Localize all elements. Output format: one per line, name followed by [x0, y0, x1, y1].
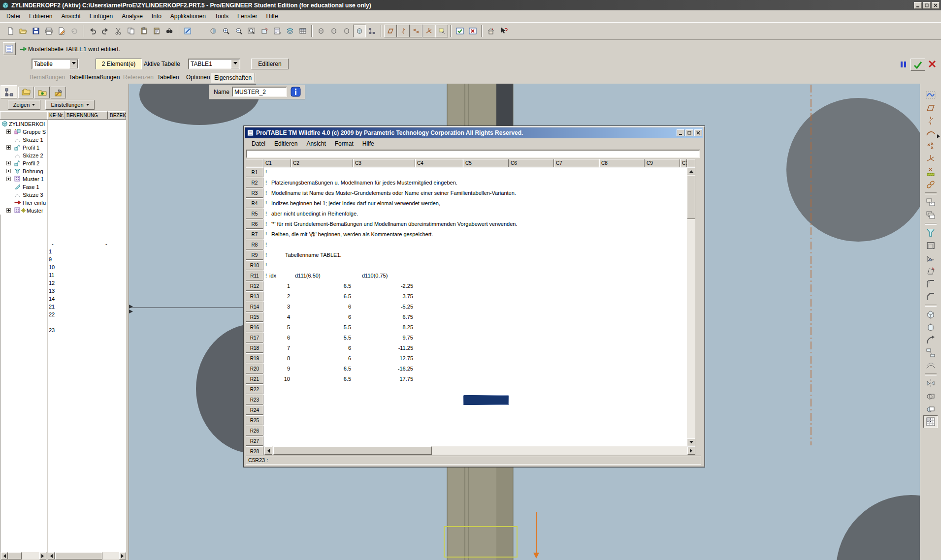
protable-minimize-icon[interactable] — [677, 129, 684, 136]
shaded-button[interactable] — [353, 25, 366, 37]
hole-button[interactable] — [923, 226, 938, 239]
cell-value[interactable]: -11.25 — [355, 343, 413, 353]
tree-item-root[interactable]: ZYLINDERKOI — [0, 120, 47, 128]
active-table-dropdown[interactable]: TABLE1 — [188, 59, 240, 69]
chevron-down-icon[interactable] — [69, 60, 78, 68]
message-log-button[interactable] — [3, 42, 16, 55]
row-header[interactable]: R21 — [246, 374, 263, 384]
row-header[interactable]: R27 — [246, 436, 263, 446]
cell-value[interactable]: 6 — [293, 302, 351, 312]
show-menu-button[interactable]: Zeigen — [8, 100, 40, 110]
cell-value[interactable]: 6 — [263, 333, 290, 343]
vscroll-up[interactable] — [687, 167, 695, 175]
row-header[interactable]: R8 — [246, 240, 263, 249]
chevron-down-icon[interactable] — [231, 60, 239, 68]
col-header-c1[interactable]: C1 — [263, 159, 291, 167]
menu-datei[interactable]: Datei — [2, 12, 25, 21]
tree-item-profil1[interactable]: Profil 1 — [0, 144, 47, 152]
3d-notes-toggle[interactable] — [466, 25, 479, 37]
regenerate-button[interactable] — [68, 25, 81, 37]
tab-favorites[interactable] — [34, 87, 50, 98]
cell-value[interactable]: 5.5 — [293, 333, 351, 343]
tree-item-bohrung[interactable]: Bohrung — [0, 167, 47, 175]
menu-tools[interactable]: Tools — [210, 12, 233, 21]
vscroll-thumb[interactable] — [687, 176, 695, 219]
hscroll-left[interactable] — [264, 446, 272, 455]
protable-menu-ansicht[interactable]: Ansicht — [302, 139, 330, 148]
close-icon[interactable] — [932, 2, 940, 9]
row-header[interactable]: R16 — [246, 322, 263, 332]
maximize-icon[interactable] — [923, 2, 931, 9]
cell-value[interactable]: 4 — [263, 312, 290, 322]
cell-value[interactable]: 3 — [263, 302, 290, 312]
datum-curve-button[interactable] — [923, 127, 938, 140]
selected-cell[interactable] — [463, 395, 509, 405]
style-tool-button[interactable] — [923, 89, 938, 101]
merge-button[interactable] — [923, 390, 938, 403]
protable-menu-format[interactable]: Format — [330, 139, 358, 148]
cell-value[interactable]: 9 — [263, 364, 290, 374]
cell-value[interactable]: 8 — [263, 353, 290, 364]
settings-menu-button[interactable]: Einstellungen — [45, 100, 95, 110]
wireframe-button[interactable] — [315, 25, 327, 37]
zoom-in-button[interactable] — [220, 25, 232, 37]
display-settings-button[interactable] — [366, 25, 379, 37]
row-header[interactable]: R13 — [246, 291, 263, 301]
row-header[interactable]: R12 — [246, 281, 263, 291]
table-type-dropdown[interactable]: Tabelle — [32, 59, 79, 69]
print-button[interactable] — [42, 25, 55, 37]
cell-value[interactable]: 10 — [263, 374, 290, 384]
link-button[interactable] — [923, 178, 938, 191]
col-header-c7[interactable]: C7 — [554, 159, 599, 167]
refit-button[interactable] — [245, 25, 258, 37]
row-header[interactable]: R22 — [246, 384, 263, 394]
cell-value[interactable]: -2.25 — [355, 281, 413, 291]
tree-item-profil2[interactable]: Profil 2 — [0, 159, 47, 167]
sketch-point-button[interactable] — [923, 165, 938, 178]
shade-button[interactable] — [194, 25, 207, 37]
data-scroll-right[interactable] — [119, 552, 126, 560]
menu-analyse[interactable]: Analyse — [117, 12, 147, 21]
datum-csys-button[interactable] — [923, 153, 938, 165]
protable-close-icon[interactable] — [694, 129, 702, 136]
col-header-c3[interactable]: C3 — [353, 159, 415, 167]
menu-einfuegen[interactable]: Einfügen — [85, 12, 117, 21]
tree-item-muster1[interactable]: Muster 1 — [0, 175, 47, 183]
spreadsheet-grid[interactable]: C1 C2 C3 C4 C5 C6 C7 C8 C9 C10 R1 R2 R3 … — [246, 159, 695, 455]
row-header[interactable]: R25 — [246, 415, 263, 425]
row-header[interactable]: R28 — [246, 446, 263, 455]
saved-views-button[interactable] — [271, 25, 284, 37]
cell-value[interactable]: -5.25 — [355, 302, 413, 312]
data-scroll-thumb[interactable] — [55, 552, 102, 560]
tree-item-gruppe[interactable]: Gruppe S — [0, 128, 47, 136]
tree-item-insert-here[interactable]: Hier einfü — [0, 199, 47, 207]
cell-value[interactable]: 5.5 — [293, 322, 351, 333]
row-header[interactable]: R4 — [246, 198, 263, 208]
cell-value[interactable]: 6 — [293, 353, 351, 364]
cell-value[interactable]: -16.25 — [355, 364, 413, 374]
cell-value[interactable]: 6.5 — [293, 291, 351, 302]
rib-button[interactable] — [923, 252, 938, 265]
spin-button[interactable] — [207, 25, 220, 37]
vscroll-down[interactable] — [687, 438, 695, 446]
spin-center-toggle[interactable] — [454, 25, 466, 37]
cell-value[interactable]: 6 — [293, 343, 351, 353]
tree-scroll-right[interactable] — [39, 552, 46, 560]
undo-button[interactable] — [86, 25, 99, 37]
edit-table-button[interactable]: Editieren — [251, 59, 289, 69]
row-header[interactable]: R6 — [246, 219, 263, 229]
cell-value[interactable]: 9.75 — [355, 333, 413, 343]
info-button[interactable] — [291, 87, 301, 98]
copy-geometry-button[interactable] — [923, 196, 938, 209]
tree-item-muster-new[interactable]: Muster — [0, 207, 47, 215]
tree-item-skizze2[interactable]: Skizze 2 — [0, 152, 47, 159]
row-header[interactable]: R23 — [246, 395, 263, 404]
row-header[interactable]: R24 — [246, 405, 263, 415]
tab-eigenschaften[interactable]: Eigenschaften — [211, 73, 255, 83]
protable-menu-hilfe[interactable]: Hilfe — [358, 139, 379, 148]
row-header[interactable]: R19 — [246, 353, 263, 363]
tab-model-tree[interactable] — [0, 85, 17, 98]
tab-optionen[interactable]: Optionen — [183, 73, 213, 82]
open-button[interactable] — [17, 25, 30, 37]
tree-scroll-thumb[interactable] — [8, 552, 22, 560]
